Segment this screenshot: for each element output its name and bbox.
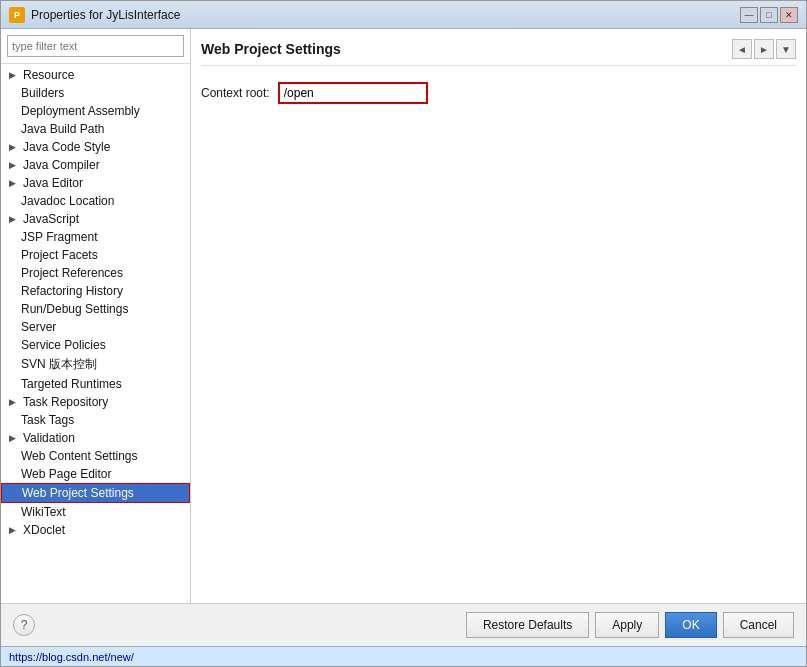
sidebar-item-label: Deployment Assembly [21,104,140,118]
sidebar-item-javascript[interactable]: ▶JavaScript [1,210,190,228]
context-root-row: Context root: [201,82,796,104]
sidebar-item-label: Task Repository [23,395,108,409]
sidebar-item-label: WikiText [21,505,66,519]
sidebar-item-label: Web Content Settings [21,449,138,463]
sidebar-item-label: Server [21,320,56,334]
panel-toolbar: ◄ ► ▼ [732,39,796,59]
sidebar-item-label: Service Policies [21,338,106,352]
panel-header: Web Project Settings ◄ ► ▼ [201,39,796,66]
sidebar-item-service-policies[interactable]: Service Policies [1,336,190,354]
sidebar-item-validation[interactable]: ▶Validation [1,429,190,447]
filter-input[interactable] [7,35,184,57]
sidebar-item-label: Run/Debug Settings [21,302,128,316]
sidebar-item-task-repository[interactable]: ▶Task Repository [1,393,190,411]
sidebar-item-label: Java Code Style [23,140,110,154]
sidebar-item-web-page-editor[interactable]: Web Page Editor [1,465,190,483]
sidebar-item-label: Task Tags [21,413,74,427]
ok-button[interactable]: OK [665,612,716,638]
filter-box [1,29,190,64]
expand-icon: ▶ [9,160,23,170]
apply-button[interactable]: Apply [595,612,659,638]
sidebar-item-svn[interactable]: SVN 版本控制 [1,354,190,375]
status-bar: https://blog.csdn.net/new/ [1,646,806,666]
sidebar-item-label: Java Build Path [21,122,104,136]
window-title: Properties for JyLisInterface [31,8,180,22]
maximize-button[interactable]: □ [760,7,778,23]
sidebar-item-java-editor[interactable]: ▶Java Editor [1,174,190,192]
forward-button[interactable]: ► [754,39,774,59]
sidebar-item-builders[interactable]: Builders [1,84,190,102]
properties-window: P Properties for JyLisInterface — □ ✕ ▶R… [0,0,807,667]
sidebar-item-label: Project References [21,266,123,280]
sidebar-item-jsp-fragment[interactable]: JSP Fragment [1,228,190,246]
sidebar-item-label: JSP Fragment [21,230,97,244]
back-button[interactable]: ◄ [732,39,752,59]
sidebar-item-label: Java Compiler [23,158,100,172]
window-icon: P [9,7,25,23]
tree-list: ▶ResourceBuildersDeployment AssemblyJava… [1,64,190,603]
expand-icon: ▶ [9,525,23,535]
expand-icon: ▶ [9,70,23,80]
expand-icon: ▶ [9,397,23,407]
sidebar-item-label: Javadoc Location [21,194,114,208]
sidebar-item-label: JavaScript [23,212,79,226]
expand-icon: ▶ [9,142,23,152]
minimize-button[interactable]: — [740,7,758,23]
dropdown-button[interactable]: ▼ [776,39,796,59]
sidebar-item-xdoclet[interactable]: ▶XDoclet [1,521,190,539]
sidebar-item-run-debug-settings[interactable]: Run/Debug Settings [1,300,190,318]
sidebar-item-java-compiler[interactable]: ▶Java Compiler [1,156,190,174]
button-group: Restore Defaults Apply OK Cancel [466,612,794,638]
sidebar-item-web-content-settings[interactable]: Web Content Settings [1,447,190,465]
bottom-bar: ? Restore Defaults Apply OK Cancel [1,603,806,646]
sidebar-item-wikitext[interactable]: WikiText [1,503,190,521]
sidebar-item-label: SVN 版本控制 [21,356,97,373]
status-url: https://blog.csdn.net/new/ [9,651,134,663]
sidebar-item-deployment-assembly[interactable]: Deployment Assembly [1,102,190,120]
sidebar-item-label: Web Page Editor [21,467,112,481]
main-content: ▶ResourceBuildersDeployment AssemblyJava… [1,29,806,603]
sidebar-item-label: Project Facets [21,248,98,262]
title-bar: P Properties for JyLisInterface — □ ✕ [1,1,806,29]
sidebar-item-label: Validation [23,431,75,445]
sidebar-item-label: Web Project Settings [22,486,134,500]
context-root-label: Context root: [201,86,270,100]
restore-defaults-button[interactable]: Restore Defaults [466,612,589,638]
sidebar-item-javadoc-location[interactable]: Javadoc Location [1,192,190,210]
sidebar-item-targeted-runtimes[interactable]: Targeted Runtimes [1,375,190,393]
sidebar-item-project-facets[interactable]: Project Facets [1,246,190,264]
sidebar-item-java-code-style[interactable]: ▶Java Code Style [1,138,190,156]
sidebar-item-label: Builders [21,86,64,100]
help-button[interactable]: ? [13,614,35,636]
sidebar-item-refactoring-history[interactable]: Refactoring History [1,282,190,300]
context-root-input[interactable] [278,82,428,104]
expand-icon: ▶ [9,178,23,188]
cancel-button[interactable]: Cancel [723,612,794,638]
close-button[interactable]: ✕ [780,7,798,23]
sidebar-item-label: Resource [23,68,74,82]
sidebar-item-java-build-path[interactable]: Java Build Path [1,120,190,138]
panel-body: Context root: [201,78,796,593]
title-controls: — □ ✕ [740,7,798,23]
expand-icon: ▶ [9,433,23,443]
sidebar-item-resource[interactable]: ▶Resource [1,66,190,84]
sidebar-item-project-references[interactable]: Project References [1,264,190,282]
sidebar: ▶ResourceBuildersDeployment AssemblyJava… [1,29,191,603]
title-bar-left: P Properties for JyLisInterface [9,7,180,23]
right-panel: Web Project Settings ◄ ► ▼ Context root: [191,29,806,603]
panel-title: Web Project Settings [201,41,341,57]
sidebar-item-web-project-settings[interactable]: Web Project Settings [1,483,190,503]
sidebar-item-label: Java Editor [23,176,83,190]
sidebar-item-server[interactable]: Server [1,318,190,336]
sidebar-item-label: XDoclet [23,523,65,537]
sidebar-item-label: Targeted Runtimes [21,377,122,391]
sidebar-item-label: Refactoring History [21,284,123,298]
expand-icon: ▶ [9,214,23,224]
sidebar-item-task-tags[interactable]: Task Tags [1,411,190,429]
